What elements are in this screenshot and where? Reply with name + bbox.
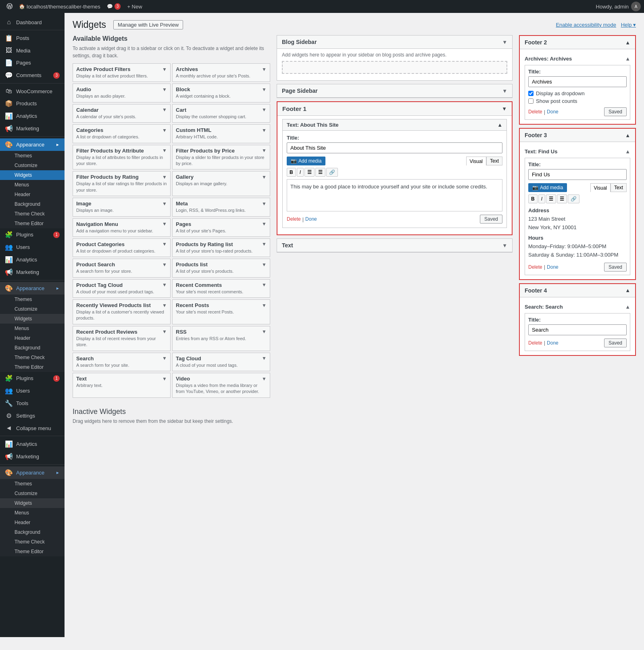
sidebar-item-menus3[interactable]: Menus (0, 508, 65, 518)
widget-product-tag-cloud[interactable]: Product Tag Cloud▼ A cloud of your most … (73, 279, 171, 298)
footer3-text-tab[interactable]: Text (611, 183, 627, 192)
sidebar-item-posts[interactable]: 📋 Posts (0, 32, 65, 44)
sidebar-item-media[interactable]: 🖼 Media (0, 44, 65, 56)
sidebar-item-marketing2[interactable]: 📢 Marketing (0, 266, 65, 278)
sidebar-item-customize2[interactable]: Customize (0, 304, 65, 314)
widget-tag-cloud[interactable]: Tag Cloud▼ A cloud of your most used tag… (172, 353, 270, 371)
sidebar-item-tools[interactable]: 🔧 Tools (0, 397, 65, 410)
footer3-ol-btn[interactable]: ☰ (557, 194, 567, 203)
wp-logo[interactable]: Ⓦ (3, 3, 16, 10)
footer1-done-link[interactable]: Done (305, 216, 317, 222)
sidebar-item-settings[interactable]: ⚙ Settings (0, 410, 65, 422)
sidebar-item-customize3[interactable]: Customize (0, 489, 65, 498)
sidebar-item-theme-check3[interactable]: Theme Check (0, 537, 65, 547)
sidebar-item-marketing3[interactable]: 📢 Marketing (0, 450, 65, 463)
widget-text[interactable]: Text▼ Arbitrary text. (73, 373, 171, 398)
footer1-header[interactable]: Footer 1 ▼ (277, 102, 512, 116)
sidebar-item-theme-check2[interactable]: Theme Check (0, 353, 65, 362)
footer3-header[interactable]: Footer 3 ▲ (520, 129, 635, 142)
sidebar-item-widgets2[interactable]: Widgets (0, 314, 65, 324)
footer3-title-input[interactable] (528, 169, 627, 180)
sidebar-item-header[interactable]: Header (0, 190, 65, 199)
text-widget-header[interactable]: Text ▼ (277, 239, 512, 252)
widget-products-list[interactable]: Products list▼ A list of your store's pr… (172, 259, 270, 277)
footer4-done-link[interactable]: Done (547, 340, 559, 346)
widget-gallery[interactable]: Gallery▼ Displays an image gallery. (172, 171, 270, 196)
widget-custom-html[interactable]: Custom HTML▼ Arbitrary HTML code. (172, 124, 270, 143)
footer3-text-header[interactable]: Text: Find Us ▲ (525, 146, 630, 156)
sidebar-item-plugins2[interactable]: 🧩 Plugins 1 (0, 372, 65, 385)
sidebar-item-background3[interactable]: Background (0, 527, 65, 537)
footer3-save-btn[interactable]: Saved (604, 263, 627, 272)
widget-product-search[interactable]: Product Search▼ A search form for your s… (73, 259, 171, 277)
widget-image[interactable]: Image▼ Displays an image. (73, 198, 171, 216)
footer3-delete-link[interactable]: Delete (528, 264, 542, 270)
sidebar-item-analytics3[interactable]: 📊 Analytics (0, 438, 65, 450)
sidebar-item-background[interactable]: Background (0, 199, 65, 209)
widget-recent-product-reviews[interactable]: Recent Product Reviews▼ Display a list o… (73, 326, 171, 351)
sidebar-item-widgets[interactable]: Widgets (0, 170, 65, 180)
footer2-done-link[interactable]: Done (547, 109, 559, 115)
footer2-save-btn[interactable]: Saved (604, 107, 627, 116)
widget-archives[interactable]: Archives▼ A monthly archive of your site… (172, 63, 270, 82)
sidebar-item-appearance[interactable]: 🎨 Appearance ► (0, 138, 65, 151)
widget-block[interactable]: Block▼ A widget containing a block. (172, 84, 270, 102)
manage-live-preview-button[interactable]: Manage with Live Preview (113, 20, 183, 29)
sidebar-item-analytics2[interactable]: 📊 Analytics (0, 253, 65, 266)
sidebar-item-background2[interactable]: Background (0, 343, 65, 353)
footer3-link-btn[interactable]: 🔗 (568, 194, 579, 203)
widget-meta[interactable]: Meta▼ Login, RSS, & WordPress.org links. (172, 198, 270, 216)
sidebar-item-header3[interactable]: Header (0, 518, 65, 527)
italic-btn[interactable]: I (297, 168, 304, 177)
widget-pages[interactable]: Pages▼ A list of your site's Pages. (172, 218, 270, 237)
ordered-list-btn[interactable]: ☰ (315, 168, 325, 177)
footer4-delete-link[interactable]: Delete (528, 340, 542, 346)
footer1-visual-tab[interactable]: Visual (466, 157, 486, 165)
blog-sidebar-dropzone[interactable] (282, 61, 507, 74)
widget-categories[interactable]: Categories▼ A list or dropdown of catego… (73, 124, 171, 143)
sidebar-item-menus[interactable]: Menus (0, 180, 65, 190)
sidebar-item-analytics[interactable]: 📊 Analytics (0, 110, 65, 122)
sidebar-item-theme-editor2[interactable]: Theme Editor (0, 362, 65, 372)
widget-audio[interactable]: Audio▼ Displays an audio player. (73, 84, 171, 102)
sidebar-item-appearance2[interactable]: 🎨 Appearance ► (0, 282, 65, 295)
sidebar-item-marketing[interactable]: 📢 Marketing (0, 122, 65, 135)
blog-sidebar-header[interactable]: Blog Sidebar ▼ (277, 36, 512, 49)
footer3-visual-tab[interactable]: Visual (590, 183, 611, 192)
widget-calendar[interactable]: Calendar▼ A calendar of your site's post… (73, 104, 171, 123)
sidebar-item-header2[interactable]: Header (0, 333, 65, 343)
footer2-header[interactable]: Footer 2 ▲ (520, 36, 635, 49)
widget-products-by-rating[interactable]: Products by Rating list▼ A list of your … (172, 238, 270, 257)
sidebar-item-customize[interactable]: Customize (0, 161, 65, 170)
sidebar-item-users[interactable]: 👥 Users (0, 241, 65, 253)
footer1-add-media-btn[interactable]: 📷 Add media (287, 157, 325, 165)
footer4-search-header[interactable]: Search: Search ▲ (525, 301, 630, 311)
widget-filter-products-price[interactable]: Filter Products by Price▼ Display a slid… (172, 145, 270, 170)
sidebar-item-themes2[interactable]: Themes (0, 295, 65, 304)
sidebar-item-menus2[interactable]: Menus (0, 324, 65, 333)
footer4-save-btn[interactable]: Saved (604, 339, 627, 347)
widget-rss[interactable]: RSS▼ Entries from any RSS or Atom feed. (172, 326, 270, 351)
widget-video[interactable]: Video▼ Displays a video from the media l… (172, 373, 270, 398)
footer4-title-input[interactable] (528, 324, 627, 335)
sidebar-item-collapse[interactable]: ◄ Collapse menu (0, 422, 65, 434)
footer3-ul-btn[interactable]: ☰ (546, 194, 556, 203)
footer1-delete-link[interactable]: Delete (287, 216, 301, 222)
footer1-save-btn[interactable]: Saved (480, 215, 502, 224)
widget-navigation-menu[interactable]: Navigation Menu▼ Add a navigation menu t… (73, 218, 171, 237)
sidebar-item-themes[interactable]: Themes (0, 151, 65, 161)
widget-filter-products-rating[interactable]: Filter Products by Rating▼ Display a lis… (73, 171, 171, 196)
sidebar-item-comments[interactable]: 💬 Comments 3 (0, 69, 65, 82)
page-sidebar-header[interactable]: Page Sidebar ▼ (277, 84, 512, 98)
widget-recent-posts[interactable]: Recent Posts▼ Your site's most recent Po… (172, 299, 270, 324)
accessibility-link[interactable]: Enable accessibility mode (556, 22, 616, 28)
sidebar-item-plugins[interactable]: 🧩 Plugins 1 (0, 228, 65, 241)
sidebar-item-pages[interactable]: 📄 Pages (0, 56, 65, 69)
sidebar-item-theme-editor3[interactable]: Theme Editor (0, 547, 65, 556)
sidebar-item-woocommerce[interactable]: 🛍 WooCommerce (0, 85, 65, 97)
footer1-text-tab[interactable]: Text (486, 157, 502, 165)
widget-search[interactable]: Search▼ A search form for your site. (73, 353, 171, 371)
widget-recently-viewed[interactable]: Recently Viewed Products list▼ Display a… (73, 299, 171, 324)
footer3-bold-btn[interactable]: B (528, 194, 538, 203)
footer2-title-input[interactable] (528, 76, 627, 87)
